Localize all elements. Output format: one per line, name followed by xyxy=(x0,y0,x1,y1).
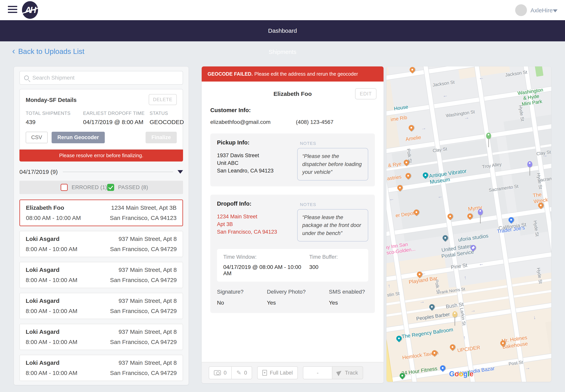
street-direction-arrow: ← xyxy=(389,196,395,202)
shipment-time: 8:00 AM - 10:00 AM xyxy=(26,370,77,376)
nav-tab[interactable]: Dashboard xyxy=(248,20,317,41)
nav-tab[interactable]: Shipments xyxy=(248,41,317,63)
delete-button[interactable]: DELETE xyxy=(149,94,177,105)
divider xyxy=(63,172,173,172)
street-direction-arrow: → xyxy=(470,307,476,314)
hamburger-menu-icon[interactable] xyxy=(8,6,17,14)
dropoff-address[interactable]: 1234 Main Street Apt 3B San Francisco, C… xyxy=(217,213,297,236)
shipment-name: Loki Asgard xyxy=(26,360,77,366)
customer-name: Elizabeth Foo xyxy=(210,91,375,97)
shipment-city: San Francisco, CA 94729 xyxy=(110,370,177,376)
pencil-icon: ✎ xyxy=(236,370,241,376)
track-button[interactable]: Track xyxy=(332,366,363,379)
avatar[interactable] xyxy=(515,4,527,16)
shipment-name: Loki Asgard xyxy=(26,328,77,335)
google-map[interactable]: Jackson StJackson StWashington StClay St… xyxy=(387,67,551,382)
time-buffer-value: 300 xyxy=(309,264,338,270)
axlehire-logo: AH xyxy=(22,1,38,19)
shipment-name: Loki Asgard xyxy=(26,297,77,304)
notes-label: NOTES xyxy=(300,202,368,207)
shipment-row[interactable]: Loki Asgard 8:00 AM - 10:00 AM 937 Main … xyxy=(19,262,183,288)
shipment-time: 8:00 AM - 10:00 AM xyxy=(26,246,77,252)
finalize-button[interactable]: Finalize xyxy=(146,132,177,143)
full-label-button[interactable]: Full Label xyxy=(257,366,298,379)
detail-footer-toolbar: 0 ✎ 0 Full Label - Track xyxy=(202,362,384,383)
street-direction-arrow: ← xyxy=(478,260,484,267)
shipment-city: San Francisco, CA 94123 xyxy=(110,215,177,221)
pickup-heading: Pickup Info: xyxy=(217,139,297,146)
photos-button[interactable]: 0 xyxy=(209,366,232,379)
map-pin-icon[interactable] xyxy=(452,311,457,317)
chevron-left-icon: ‹ xyxy=(12,47,15,56)
chevron-down-icon[interactable] xyxy=(553,9,558,12)
map-pin-icon[interactable] xyxy=(486,133,491,139)
shipment-street: 937 Main Street, Apt 8 xyxy=(110,236,177,242)
shipment-time: 8:00 AM - 10:00 AM xyxy=(26,277,77,283)
customer-info-heading: Customer Info: xyxy=(210,107,375,113)
street-direction-arrow: ← xyxy=(437,193,443,199)
shipment-city: San Francisco, CA 94729 xyxy=(110,339,177,345)
shipment-time: 8:00 AM - 10:00 AM xyxy=(26,339,77,345)
street-direction-arrow: → xyxy=(542,152,548,159)
csv-button[interactable]: CSV xyxy=(26,132,48,143)
search-icon xyxy=(24,75,29,80)
street-direction-arrow: ← xyxy=(478,74,484,81)
street-direction-arrow: → xyxy=(525,364,531,371)
shipment-row[interactable]: Loki Asgard 8:00 AM - 10:00 AM 937 Main … xyxy=(19,324,183,350)
shipments-sidebar: Monday-SF Details DELETE TOTAL SHIPMENTS… xyxy=(14,67,189,385)
back-to-uploads-link[interactable]: ‹ Back to Uploads List xyxy=(12,47,84,56)
checkbox-icon[interactable] xyxy=(61,184,68,191)
delivery-flag: Delivery Photo? Yes xyxy=(267,289,329,306)
search-shipment-box xyxy=(19,71,183,85)
google-logo: Google xyxy=(449,370,473,378)
camera-icon xyxy=(214,370,221,375)
filter-checkbox-item[interactable]: ERRORED (1) xyxy=(61,184,107,191)
customer-email: elizabethfoo@gmail.com xyxy=(210,119,296,125)
collapse-triangle-icon[interactable] xyxy=(178,170,183,174)
time-window-card: Time Window: 04/17/2019 @ 08:00 AM - 10:… xyxy=(217,249,368,282)
delivery-flag: Signature? No xyxy=(217,289,267,306)
account-menu[interactable]: AxleHire xyxy=(531,7,553,14)
shipment-street: 937 Main Street, Apt 8 xyxy=(110,266,177,273)
edit-button[interactable]: EDIT xyxy=(355,88,376,99)
shipment-time: 08:00 AM - 10:00 AM xyxy=(26,215,81,221)
map-pin-icon[interactable] xyxy=(527,161,532,167)
shipment-row[interactable]: Loki Asgard 8:00 AM - 10:00 AM 937 Main … xyxy=(19,355,183,381)
pickup-address: 1937 Davis Street Unit ABC San Leandro, … xyxy=(217,152,297,175)
filter-checkbox-item[interactable]: PASSED (8) xyxy=(107,184,148,191)
shipment-name: Elizabeth Foo xyxy=(26,204,81,211)
time-window-value: 04/17/2019 @ 08:00 AM - 10:00 AM xyxy=(223,264,309,277)
map-label: Washington & Hyde Mini Park xyxy=(517,87,545,107)
search-input[interactable] xyxy=(32,75,178,81)
time-window-label: Time Window: xyxy=(223,254,309,260)
shipment-row[interactable]: Elizabeth Foo 08:00 AM - 10:00 AM 1234 M… xyxy=(19,199,183,226)
shipment-street: 1234 Main Street, Apt 3B xyxy=(110,204,177,211)
pickup-info-box: Pickup Info: 1937 Davis Street Unit ABC … xyxy=(210,133,375,186)
shipment-row[interactable]: Loki Asgard 8:00 AM - 10:00 AM 937 Main … xyxy=(19,293,183,319)
pickup-notes[interactable]: “Please see the dispatcher before loadin… xyxy=(297,148,368,181)
dropoff-notes[interactable]: “Please leave the package at the front d… xyxy=(297,209,368,242)
map-label: The Wreck xyxy=(533,190,551,205)
shipment-name: Loki Asgard xyxy=(26,236,77,242)
shipment-row[interactable]: Loki Asgard 8:00 AM - 10:00 AM 937 Main … xyxy=(19,231,183,257)
geocode-failed-banner: GEOCODE FAILED.Please edit the address a… xyxy=(202,67,384,82)
street-direction-arrow: → xyxy=(421,125,427,131)
shipment-name: Loki Asgard xyxy=(26,266,77,273)
finalize-error-banner: Please resolve error before finalizing. xyxy=(19,150,183,162)
app-header: AH AxleHire xyxy=(0,0,565,20)
shipment-street: 937 Main Street, Apt 8 xyxy=(110,328,177,335)
dash-button[interactable]: - xyxy=(303,366,332,379)
shipment-detail-panel: GEOCODE FAILED.Please edit the address a… xyxy=(202,67,384,383)
date-group-row: 04/17/2019 (9) xyxy=(19,168,183,175)
delivery-flag: SMS enabled? Yes xyxy=(329,289,368,306)
shipment-list: Elizabeth Foo 08:00 AM - 10:00 AM 1234 M… xyxy=(19,199,183,385)
street-direction-arrow: ← xyxy=(508,184,514,191)
dropoff-info-box: Dropoff Info: 1234 Main Street Apt 3B Sa… xyxy=(210,195,375,313)
edits-button[interactable]: ✎ 0 xyxy=(232,366,252,379)
shipment-city: San Francisco, CA 94729 xyxy=(110,308,177,314)
customer-phone: (408) 123-4567 xyxy=(296,119,333,125)
shipment-street: 937 Main Street, Apt 8 xyxy=(110,297,177,304)
checkbox-icon[interactable] xyxy=(107,184,114,191)
detail-field: EARLIEST DROPOFF TIME 04/17/2019 @ 8:00 … xyxy=(83,111,150,126)
rerun-geocoder-button[interactable]: Rerun Geocoder xyxy=(52,132,105,143)
